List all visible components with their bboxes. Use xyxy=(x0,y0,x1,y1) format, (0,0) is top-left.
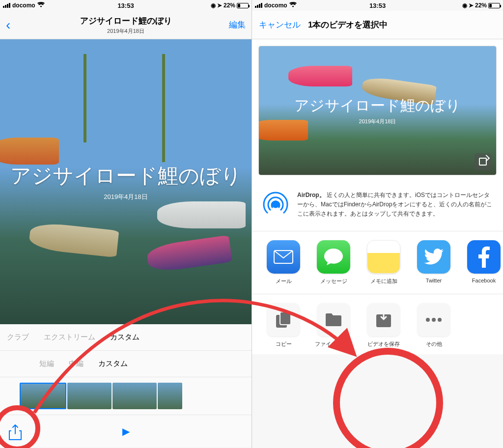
bottom-toolbar: ▶ xyxy=(0,415,252,447)
action-label: ビデオを保存 xyxy=(363,340,404,347)
download-icon xyxy=(367,303,400,336)
style-option-selected[interactable]: カスタム xyxy=(110,333,140,342)
flagpole-deco xyxy=(162,54,165,162)
thumb-title: アジサイロード鯉のぼり xyxy=(294,96,461,116)
mail-icon xyxy=(267,240,300,274)
share-app-notes[interactable]: メモに追加 xyxy=(363,240,404,285)
style-option[interactable]: クラブ xyxy=(7,333,29,342)
facebook-icon xyxy=(467,240,501,274)
svg-point-5 xyxy=(426,318,430,322)
clip-thumbnail[interactable] xyxy=(112,383,157,409)
share-app-twitter[interactable]: Twitter xyxy=(413,240,454,285)
status-time: 13:53 xyxy=(0,2,252,9)
folder-icon xyxy=(317,303,350,336)
share-action-row[interactable]: コピー ファイルに保存 ビデオを保存 その他 xyxy=(252,294,503,354)
battery-icon xyxy=(488,3,500,8)
chevron-left-icon: ‹ xyxy=(6,17,10,32)
koinobori-deco xyxy=(146,235,232,273)
action-copy[interactable]: コピー xyxy=(263,303,304,347)
messages-icon xyxy=(317,240,350,274)
action-save-video[interactable]: ビデオを保存 xyxy=(363,303,404,347)
timeline[interactable] xyxy=(0,377,252,415)
airdrop-text: AirDrop。 近くの人と簡単に共有できます。iOSではコントロールセンターか… xyxy=(297,191,493,219)
clip-thumbnail[interactable] xyxy=(158,383,182,409)
length-picker-row[interactable]: 短編 中編 カスタム xyxy=(0,351,252,377)
share-app-mail[interactable]: メール xyxy=(263,240,304,285)
app-label: メッセージ xyxy=(313,278,354,285)
app-label: Twitter xyxy=(413,278,454,283)
fullscreen-button[interactable] xyxy=(475,153,491,170)
page-subtitle: 2019年4月18日 xyxy=(35,28,216,35)
memory-editor-screen: docomo 13:53 ◉ ➤ 22% ‹ アジサイロード鯉のぼり 2019年… xyxy=(0,0,252,448)
back-button[interactable]: ‹ xyxy=(6,18,35,32)
cancel-button[interactable]: キャンセル xyxy=(259,19,308,30)
more-icon xyxy=(417,303,450,336)
nav-bar: ‹ アジサイロード鯉のぼり 2019年4月18日 編集 xyxy=(0,11,252,39)
koinobori-deco xyxy=(288,66,352,86)
app-label: Facebook xyxy=(463,278,503,283)
hero-date: 2019年4月18日 xyxy=(104,193,148,201)
status-bar: docomo 13:53 ◉ ➤ 22% xyxy=(252,0,503,11)
airdrop-heading: AirDrop。 xyxy=(297,192,325,198)
svg-point-7 xyxy=(438,318,442,322)
koinobori-deco xyxy=(259,120,308,140)
flagpole-deco xyxy=(84,54,86,142)
koinobori-deco xyxy=(157,201,246,228)
page-title: アジサイロード鯉のぼり xyxy=(35,15,216,27)
clip-thumbnail[interactable] xyxy=(20,383,66,409)
share-button[interactable] xyxy=(9,424,22,439)
share-app-row[interactable]: メール メッセージ メモに追加 Twitter Facebook xyxy=(252,231,503,294)
status-bar: docomo 13:53 ◉ ➤ 22% xyxy=(0,0,252,11)
svg-point-6 xyxy=(432,318,436,322)
status-time: 13:53 xyxy=(252,2,503,9)
action-label: ファイルに保存 xyxy=(313,340,354,347)
notes-icon xyxy=(367,240,400,274)
share-sheet-screen: docomo 13:53 ◉ ➤ 22% キャンセル 1本のビデオを選択中 アジ… xyxy=(252,0,503,448)
airdrop-icon xyxy=(262,191,289,218)
style-option[interactable]: エクストリーム xyxy=(44,333,95,342)
hero-title: アジサイロード鯉のぼり xyxy=(10,162,242,190)
selected-media-area: アジサイロード鯉のぼり 2019年4月18日 xyxy=(252,39,503,182)
action-more[interactable]: その他 xyxy=(413,303,454,347)
thumb-date: 2019年4月18日 xyxy=(359,118,396,125)
share-app-messages[interactable]: メッセージ xyxy=(313,240,354,285)
length-option[interactable]: 中編 xyxy=(69,359,84,368)
play-button[interactable]: ▶ xyxy=(122,425,130,437)
action-save-to-files[interactable]: ファイルに保存 xyxy=(313,303,354,347)
share-app-facebook[interactable]: Facebook xyxy=(463,240,503,285)
app-label: メモに追加 xyxy=(363,278,404,285)
share-nav-bar: キャンセル 1本のビデオを選択中 xyxy=(252,11,503,39)
airdrop-section[interactable]: AirDrop。 近くの人と簡単に共有できます。iOSではコントロールセンターか… xyxy=(252,182,503,231)
length-option[interactable]: 短編 xyxy=(39,359,54,368)
battery-icon xyxy=(237,3,249,8)
svg-rect-3 xyxy=(280,312,291,325)
share-title: 1本のビデオを選択中 xyxy=(308,19,388,30)
koinobori-deco xyxy=(28,222,119,258)
style-picker-row[interactable]: クラブ エクストリーム カスタム xyxy=(0,324,252,351)
copy-icon xyxy=(267,303,300,336)
clip-thumbnail[interactable] xyxy=(67,383,112,409)
app-label: メール xyxy=(263,278,304,285)
expand-icon xyxy=(479,158,487,166)
memory-preview[interactable]: アジサイロード鯉のぼり 2019年4月18日 xyxy=(0,39,252,324)
airdrop-description: 近くの人と簡単に共有できます。iOSではコントロールセンターから、MacではFi… xyxy=(297,192,492,217)
length-option-selected[interactable]: カスタム xyxy=(98,359,128,368)
koinobori-deco xyxy=(0,138,59,165)
action-label: その他 xyxy=(413,340,454,347)
video-thumbnail[interactable]: アジサイロード鯉のぼり 2019年4月18日 xyxy=(259,46,496,175)
twitter-icon xyxy=(417,240,450,274)
edit-button[interactable]: 編集 xyxy=(216,19,246,30)
action-label: コピー xyxy=(263,340,304,347)
